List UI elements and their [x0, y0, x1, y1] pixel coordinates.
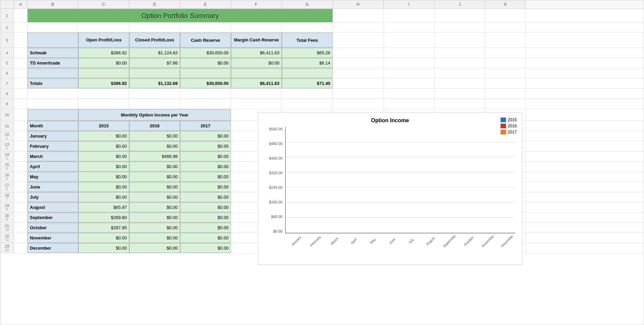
cell-5k	[485, 58, 526, 68]
cell-5h	[333, 58, 384, 68]
cell-16e: $0.00	[180, 172, 231, 182]
cell-3g: Total Fees	[282, 33, 333, 48]
cell-17b: June	[27, 182, 78, 192]
x-axis-label: February	[307, 233, 324, 249]
cell-2f	[231, 22, 282, 32]
cell-18a	[14, 192, 27, 202]
cell-15e: $0.00	[180, 162, 231, 171]
cell-3b	[27, 33, 78, 48]
y-axis-label: $400.00	[269, 156, 282, 160]
cell-11b: Month	[27, 121, 78, 131]
cell-5d: $7.86	[129, 58, 180, 68]
cell-12d: $0.00	[129, 131, 180, 141]
cell-7a	[14, 78, 27, 88]
cell-12e: $0.00	[180, 131, 231, 141]
cell-22d: $0.00	[129, 233, 180, 243]
rownum-7: 7	[0, 78, 14, 88]
rownum-5: 5	[0, 58, 14, 68]
corner-cell	[0, 0, 14, 8]
cell-23c: $0.00	[78, 243, 129, 253]
cell-6b	[27, 68, 78, 78]
cell-3k	[485, 33, 526, 48]
y-axis-label: $320.00	[269, 171, 282, 175]
cell-2e	[180, 22, 231, 32]
cell-3d: Closed Profit/Loss	[129, 33, 180, 48]
cell-21d: $0.00	[129, 223, 180, 233]
col-header-a: A	[14, 0, 27, 8]
y-axis-label: $240.00	[269, 185, 282, 189]
cell-20b: September	[27, 213, 78, 222]
x-axis-label: October	[461, 233, 477, 249]
col-header-c: C	[78, 0, 129, 8]
cell-1h	[333, 9, 384, 22]
cell-14a	[14, 151, 27, 161]
cell-6j	[434, 68, 485, 78]
rownum-21: 21 10	[0, 223, 14, 233]
column-headers: A B C D E F G H I J K	[0, 0, 644, 9]
col-header-k: K	[485, 0, 526, 8]
cell-9f	[231, 99, 282, 109]
cell-19c: $65.97	[78, 202, 129, 212]
cell-13d: $0.00	[129, 141, 180, 151]
rownum-13: 13 2	[0, 141, 14, 151]
rownum-23: 23 12	[0, 243, 14, 253]
cell-10b	[27, 109, 78, 121]
cell-8c	[78, 89, 129, 98]
cell-7j	[434, 78, 485, 88]
chart-main: JanuaryFebruaryMarchAprilMayJuneJulyAugu…	[285, 127, 515, 243]
cell-7f: $6,411.63	[231, 78, 282, 88]
cell-5b: TD Ameritrade	[27, 58, 78, 68]
x-axis-label: July	[403, 233, 419, 249]
cell-19a	[14, 202, 27, 212]
cell-13a	[14, 141, 27, 151]
bars-area	[285, 127, 515, 233]
rownum-16: 16 5	[0, 172, 14, 182]
cell-20a	[14, 213, 27, 222]
cell-14b: March	[27, 151, 78, 161]
cell-2g	[282, 22, 333, 32]
cell-9a	[14, 99, 27, 109]
cell-6d	[129, 68, 180, 78]
cell-8k	[485, 89, 526, 98]
cell-9g	[282, 99, 333, 109]
col-header-f: F	[231, 0, 282, 8]
cell-11a	[14, 121, 27, 131]
y-axis-label: $560.00	[269, 127, 282, 131]
row-7: 7 Totals $386.92 $1,132.68 $30,650.00 $6…	[0, 78, 644, 89]
cell-2j	[434, 22, 485, 32]
cell-3h	[333, 33, 384, 48]
chart-title: Option Income	[265, 118, 515, 124]
cell-4i	[384, 48, 434, 58]
cell-14e: $0.00	[180, 151, 231, 161]
cell-title: Option Portfolio Summary	[27, 9, 333, 22]
cell-20c: $289.80	[78, 213, 129, 222]
cell-3c: Open Profit/Loss	[78, 33, 129, 48]
cell-15d: $0.00	[129, 162, 180, 171]
col-header-h: H	[333, 0, 384, 8]
cell-9e	[180, 99, 231, 109]
cell-9j	[434, 99, 485, 109]
rownum-8: 8	[0, 89, 14, 98]
x-axis-label: June	[384, 233, 400, 249]
cell-13b: February	[27, 141, 78, 151]
col-header-j: J	[434, 0, 485, 8]
cell-8a	[14, 89, 27, 98]
cell-17d: $0.00	[129, 182, 180, 192]
cell-8d	[129, 89, 180, 98]
cell-23d: $0.00	[129, 243, 180, 253]
cell-9h	[333, 99, 384, 109]
cell-1a	[14, 9, 27, 22]
row-8: 8	[0, 89, 644, 99]
cell-6h	[333, 68, 384, 78]
x-axis-label: March	[326, 233, 343, 249]
cell-22b: November	[27, 233, 78, 243]
cell-9d	[129, 99, 180, 109]
cell-1i	[384, 9, 434, 22]
col-header-d: D	[129, 0, 180, 8]
cell-5i	[384, 58, 434, 68]
cell-23a	[14, 243, 27, 253]
cell-3f: Margin Cash Reserve	[231, 33, 282, 48]
cell-13e: $0.00	[180, 141, 231, 151]
row-6: 6	[0, 68, 644, 78]
cell-16a	[14, 172, 27, 182]
